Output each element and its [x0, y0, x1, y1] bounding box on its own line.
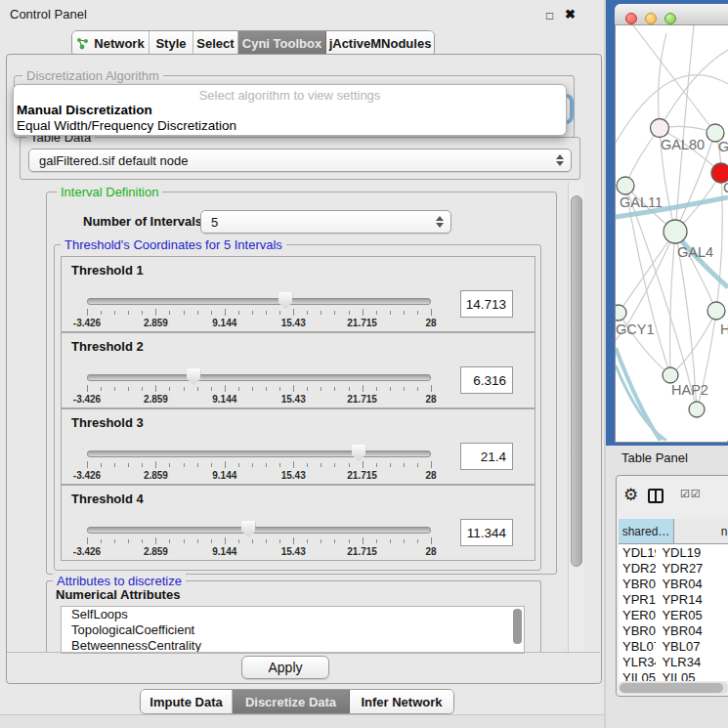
threshold-value-field[interactable]: 14.713	[460, 290, 513, 318]
tab-network[interactable]: Network	[72, 31, 150, 56]
slider-tick-label: -3.426	[73, 394, 101, 405]
threshold-slider[interactable]: -3.4262.8599.14415.4321.71528	[87, 368, 431, 404]
slider-tick	[184, 311, 185, 315]
table-row[interactable]: YBR045CYBR04	[619, 622, 728, 638]
tab-cyni-toolbox[interactable]: Cyni Toolbox	[238, 31, 326, 56]
network-node-label: GAL80	[661, 137, 705, 152]
settings-scrollbar-thumb[interactable]	[571, 195, 582, 567]
table-row[interactable]: YIL052CYIL05	[619, 669, 728, 681]
threshold-label: Threshold 4	[71, 492, 144, 506]
close-traffic-light-icon[interactable]	[625, 13, 637, 24]
tab-style[interactable]: Style	[150, 31, 193, 56]
network-window-titlebar[interactable]	[615, 4, 728, 25]
table-row[interactable]: YBL079WYBL07	[619, 638, 728, 654]
slider-tick	[155, 309, 156, 316]
attribute-list-item[interactable]: SelfLoops	[62, 607, 524, 622]
slider-tick	[363, 537, 364, 544]
slider-thumb[interactable]	[352, 445, 366, 461]
slider-tick	[252, 311, 253, 315]
algorithm-option-equal-width[interactable]: Equal Width/Frequency Discretization	[17, 118, 236, 133]
cyni-mode-tabbar: Impute Data Discretize Data Infer Networ…	[140, 689, 454, 714]
table-row[interactable]: YDR27…YDR27	[619, 560, 728, 576]
network-node[interactable]	[689, 402, 705, 417]
apply-button[interactable]: Apply	[241, 656, 329, 679]
network-node[interactable]	[617, 177, 634, 194]
algorithm-option-manual[interactable]: Manual Discretization	[17, 103, 152, 117]
gear-icon[interactable]: ⚙	[623, 485, 638, 505]
slider-thumb[interactable]	[187, 368, 201, 385]
number-of-intervals-value: 5	[211, 215, 218, 230]
table-row[interactable]: YLR345WYLR34	[619, 654, 728, 669]
table-hscrollbar[interactable]	[619, 682, 728, 694]
threshold-slider[interactable]: -3.4262.8599.14415.4321.71528	[87, 292, 431, 327]
tab-select[interactable]: Select	[193, 31, 238, 56]
network-node[interactable]	[651, 119, 669, 138]
slider-tick-label-row: -3.4262.8599.14415.4321.71528	[87, 470, 431, 482]
slider-tick	[376, 311, 377, 315]
threshold-value-field[interactable]: 21.4	[460, 443, 513, 470]
slider-tick	[128, 387, 129, 391]
slider-tick	[431, 309, 432, 316]
table-row[interactable]: YER054CYER05	[619, 607, 728, 622]
network-node[interactable]	[616, 305, 626, 321]
float-window-icon[interactable]: □	[546, 6, 553, 23]
tab-discretize-data[interactable]: Discretize Data	[233, 690, 350, 713]
node-table[interactable]: shared… na YDL19…YDL19YDR27…YDR27YBR043C…	[619, 519, 728, 681]
network-node-label: H	[720, 321, 728, 337]
threshold-panel-3: Threshold 3 -3.4262.8599.14415.4321.7152…	[61, 408, 535, 485]
table-row[interactable]: YDL19…YDL19	[619, 544, 728, 560]
table-hscrollbar-thumb[interactable]	[620, 683, 723, 693]
slider-tick	[87, 385, 88, 392]
slider-thumb[interactable]	[241, 521, 256, 537]
tab-infer-network[interactable]: Infer Network	[350, 690, 453, 713]
table-data-group: Table Data galFiltered.sif default node	[20, 137, 580, 180]
network-node[interactable]	[663, 367, 678, 383]
threshold-value-field[interactable]: 11.344	[460, 519, 513, 546]
column-header-shared-name[interactable]: shared…	[619, 519, 674, 544]
table-data-combobox[interactable]: galFiltered.sif default node	[28, 149, 572, 172]
table-cell: YDL19…	[619, 545, 656, 560]
minimize-traffic-light-icon[interactable]	[645, 13, 657, 24]
slider-tick	[334, 539, 335, 543]
network-node[interactable]	[707, 302, 725, 320]
column-layout-icon[interactable]	[648, 489, 664, 503]
slider-ticks	[87, 461, 431, 470]
tab-impute-data[interactable]: Impute Data	[141, 690, 233, 713]
table-row[interactable]: YBR043CYBR04	[619, 576, 728, 591]
number-of-intervals-combobox[interactable]: 5	[200, 210, 451, 234]
slider-tick	[169, 387, 170, 391]
table-panel-title: Table Panel	[621, 450, 688, 465]
threshold-slider[interactable]: -3.4262.8599.14415.4321.71528	[87, 521, 431, 556]
slider-tick	[417, 539, 418, 543]
attribute-list-item[interactable]: TopologicalCoefficient	[62, 622, 524, 638]
slider-tick	[142, 539, 143, 543]
tab-jactivemnodules[interactable]: jActiveMNodules	[326, 31, 434, 56]
settings-scrollbar[interactable]	[568, 183, 584, 652]
slider-tick-label: 2.859	[144, 318, 168, 328]
threshold-value-field[interactable]: 6.316	[460, 366, 513, 394]
slider-tick	[321, 311, 321, 315]
slider-tick-label: 28	[425, 470, 436, 481]
table-cell: YER054C	[619, 608, 656, 622]
network-node[interactable]	[664, 220, 687, 243]
column-header-name[interactable]: na	[674, 519, 728, 544]
table-cell: YDR27…	[619, 561, 656, 576]
slider-tick	[431, 537, 432, 544]
table-row[interactable]: YPR145WYPR14	[619, 591, 728, 607]
threshold-slider[interactable]: -3.4262.8599.14415.4321.71528	[87, 445, 431, 480]
slider-tick	[184, 539, 185, 543]
slider-tick	[142, 463, 143, 467]
slider-tick-label: 2.859	[144, 470, 168, 481]
slider-tick-label: 9.144	[212, 318, 236, 328]
slider-tick	[169, 539, 170, 543]
slider-thumb[interactable]	[278, 292, 293, 309]
list-scrollbar-thumb[interactable]	[513, 609, 522, 644]
control-panel-tabbar: Network Style Select Cyni Toolbox jActiv…	[71, 30, 435, 57]
numerical-attributes-list[interactable]: SelfLoopsTopologicalCoefficientBetweenne…	[61, 606, 525, 654]
network-canvas[interactable]: GAL80GACGAL11GAL4GCY1HHAP2	[616, 25, 728, 441]
table-cell: YBR04	[656, 623, 728, 638]
zoom-traffic-light-icon[interactable]	[664, 13, 676, 24]
slider-tick	[390, 387, 391, 391]
select-columns-icon[interactable]: ☑☑	[680, 488, 702, 500]
close-panel-icon[interactable]: ✖	[565, 5, 576, 22]
